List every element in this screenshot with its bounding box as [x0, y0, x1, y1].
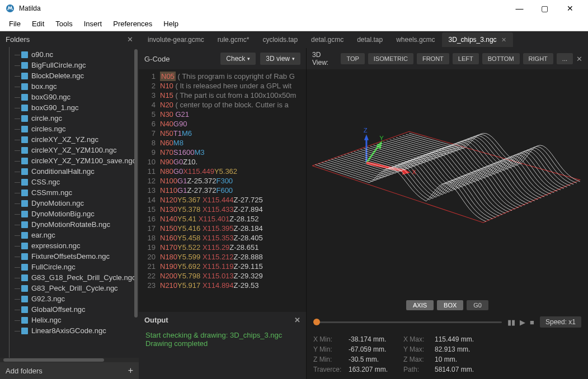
tab[interactable]: wheels.gcmc	[389, 32, 441, 47]
view-button-top[interactable]: TOP	[341, 53, 364, 64]
3d-view-close-icon[interactable]: ✕	[576, 55, 582, 63]
tree-item[interactable]: FullCircle.ngc	[6, 262, 139, 272]
view-button-left[interactable]: LEFT	[453, 53, 479, 64]
tree-item[interactable]: CSSmm.ngc	[6, 187, 139, 198]
tree-item[interactable]: G83_G18_Peck_Drill_Cycle.ngc	[6, 272, 139, 283]
menu-preferences[interactable]: Preferences	[107, 18, 158, 30]
menu-insert[interactable]: Insert	[78, 18, 108, 30]
view-button-front[interactable]: FRONT	[417, 53, 449, 64]
code-line[interactable]: 12N100G1Z-25.372F300	[139, 176, 306, 186]
speed-button[interactable]: Speed: x1	[540, 316, 581, 328]
tree-item[interactable]: DynoMotionBig.ngc	[6, 209, 139, 219]
tree-item[interactable]: circle.ngc	[6, 113, 139, 124]
tree-item[interactable]: circleXY_XZ_YZ.ngc	[6, 134, 139, 145]
tree-item[interactable]: circleXY_XZ_YZM100_save.ngc	[6, 155, 139, 166]
code-line[interactable]: 16N140Y5.41 X115.401Z-28.152	[139, 214, 306, 224]
view-button-right[interactable]: RIGHT	[523, 53, 553, 64]
menu-file[interactable]: File	[3, 18, 26, 30]
code-line[interactable]: 15N130Y5.378 X115.433Z-27.894	[139, 205, 306, 214]
axis-button-axis[interactable]: AXIS	[406, 300, 434, 310]
code-line[interactable]: 18N160Y5.458 X115.353Z-28.405	[139, 233, 306, 243]
menu-help[interactable]: Help	[158, 18, 184, 30]
tree-item[interactable]: Linear8AxisGCode.ngc	[6, 325, 139, 336]
code-line[interactable]: 17N150Y5.416 X115.395Z-28.184	[139, 224, 306, 233]
tree-item[interactable]: o90.nc	[6, 49, 139, 60]
3d-view-button[interactable]: 3D view▾	[260, 53, 300, 65]
tree-item[interactable]: circleXY_XZ_YZM100.ngc	[6, 145, 139, 155]
code-line[interactable]: 22N200Y5.798 X115.013Z-29.329	[139, 271, 306, 281]
tab[interactable]: cycloids.tap	[256, 32, 304, 47]
slider-handle[interactable]	[313, 319, 320, 325]
tree-item[interactable]: CSS.ngc	[6, 177, 139, 187]
folder-tree[interactable]: o90.ncBigFullCircle.ngcBlockDelete.ngcbo…	[0, 47, 139, 358]
3d-canvas[interactable]: ZYX	[307, 69, 588, 296]
file-label: ear.ngc	[31, 231, 55, 239]
code-line[interactable]: 4N20 ( center top of the block. Cutter i…	[139, 100, 306, 110]
code-line[interactable]: 10N90G0Z10.	[139, 157, 306, 167]
tree-item[interactable]: circles.ngc	[6, 124, 139, 134]
playback-slider[interactable]	[313, 321, 502, 323]
tab[interactable]: detal.tap	[350, 32, 389, 47]
code-line[interactable]: 8N60M8	[139, 138, 306, 148]
stop-icon[interactable]: ■	[530, 318, 534, 326]
window-maximize-button[interactable]: ▢	[532, 0, 557, 17]
tree-item[interactable]: DynoMotionRotateB.ngc	[6, 219, 139, 230]
tree-item[interactable]: BigFullCircle.ngc	[6, 60, 139, 70]
tree-item[interactable]: boxG90.ngc	[6, 92, 139, 102]
tree-item[interactable]: GlobalOffset.ngc	[6, 304, 139, 315]
code-line[interactable]: 9N70S1600M3	[139, 148, 306, 157]
file-icon	[21, 51, 28, 58]
code-line[interactable]: 13N110G1Z-27.372F600	[139, 186, 306, 195]
window-close-button[interactable]: ✕	[557, 0, 582, 17]
tree-item[interactable]: expression.ngc	[6, 240, 139, 251]
tab[interactable]: 3D_chips_3.ngc✕	[442, 32, 513, 47]
tab[interactable]: detal.gcmc	[304, 32, 350, 47]
output-close-icon[interactable]: ✕	[294, 316, 300, 324]
folder-tree-horizontal-scrollbar[interactable]	[0, 358, 139, 362]
add-folders-button[interactable]: Add folders +	[0, 362, 139, 379]
tab[interactable]: rule.gcmc*	[211, 32, 256, 47]
view-button-...[interactable]: ...	[557, 53, 573, 64]
view-button-isometric[interactable]: ISOMETRIC	[368, 53, 413, 64]
code-line[interactable]: 19N170Y5.522 X115.29Z-28.651	[139, 243, 306, 252]
tree-item[interactable]: G92.3.ngc	[6, 293, 139, 304]
tree-item[interactable]: DynoMotion.ngc	[6, 198, 139, 209]
code-line[interactable]: 14N120Y5.367 X115.444Z-27.725	[139, 195, 306, 205]
tree-item[interactable]: BlockDelete.ngc	[6, 70, 139, 81]
code-line[interactable]: 6N40G90	[139, 119, 306, 129]
window-minimize-button[interactable]: —	[507, 0, 532, 17]
code-line[interactable]: 5N30 G21	[139, 110, 306, 119]
code-line[interactable]: 1N05 ( This program is copyright of Rab …	[139, 72, 306, 81]
file-label: o90.nc	[31, 50, 53, 59]
tree-item[interactable]: Helix.ngc	[6, 315, 139, 325]
axis-button-g0[interactable]: G0	[467, 300, 488, 310]
view-button-bottom[interactable]: BOTTOM	[482, 53, 520, 64]
code-line[interactable]: 20N180Y5.599 X115.212Z-28.888	[139, 252, 306, 262]
check-button[interactable]: Check▾	[220, 53, 256, 65]
folders-close-icon[interactable]: ✕	[127, 35, 133, 44]
code-line[interactable]: 3N15 ( The part is cut from a 100x100x50…	[139, 91, 306, 100]
tree-item[interactable]: FixtureOffsetsDemo.ngc	[6, 251, 139, 262]
tree-item[interactable]: box.ngc	[6, 81, 139, 92]
tab[interactable]: involute-gear.gcmc	[141, 32, 211, 47]
code-line[interactable]: 11N80G0X115.449Y5.362	[139, 167, 306, 176]
file-icon	[21, 306, 28, 313]
axis-button-box[interactable]: BOX	[437, 300, 463, 310]
play-icon[interactable]: ▶	[520, 318, 525, 326]
pause-icon[interactable]: ▮▮	[507, 318, 515, 326]
tree-item[interactable]: ear.ngc	[6, 230, 139, 240]
code-line[interactable]: 2N10 ( It is released here under a GPL w…	[139, 81, 306, 91]
tree-item[interactable]: boxG90_1.ngc	[6, 102, 139, 113]
line-number: 17	[143, 224, 156, 233]
menu-tools[interactable]: Tools	[50, 18, 78, 30]
code-editor[interactable]: 1N05 ( This program is copyright of Rab …	[139, 69, 306, 312]
tab-label: 3D_chips_3.ngc	[449, 36, 497, 44]
tree-item[interactable]: ConditionalHalt.ngc	[6, 166, 139, 177]
stat-row: Traverce:163.207 mm.Path:5814.07 mm.	[313, 364, 581, 375]
code-line[interactable]: 7N50T1M6	[139, 129, 306, 138]
tree-item[interactable]: G83_Peck_Drill_Cycle.ngc	[6, 283, 139, 293]
code-line[interactable]: 21N190Y5.692 X115.119Z-29.115	[139, 262, 306, 271]
code-line[interactable]: 23N210Y5.917 X114.894Z-29.53	[139, 281, 306, 290]
tab-close-icon[interactable]: ✕	[501, 36, 506, 44]
menu-edit[interactable]: Edit	[26, 18, 50, 30]
